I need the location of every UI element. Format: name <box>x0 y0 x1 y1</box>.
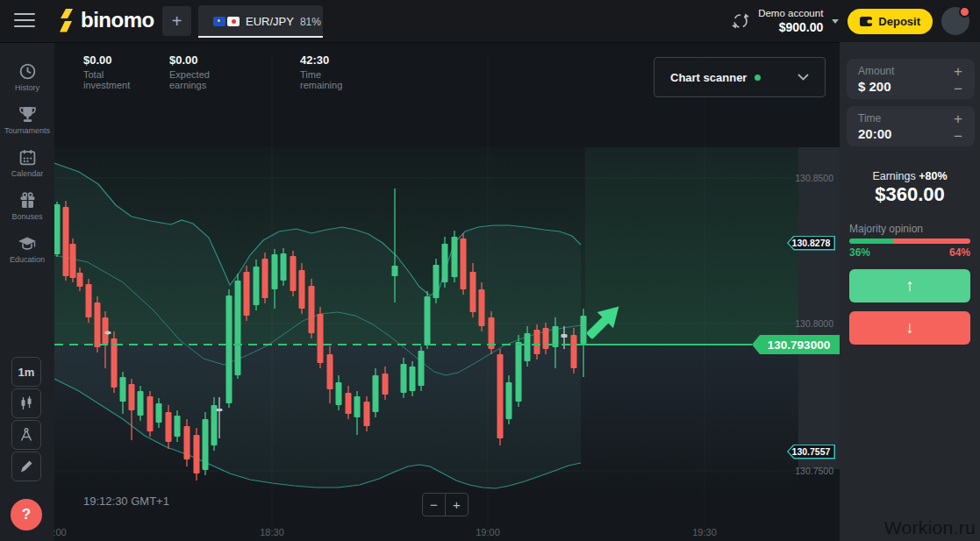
stat-label: Time remaining <box>300 69 342 90</box>
compass-icon <box>18 427 34 443</box>
refresh-icon[interactable] <box>732 12 749 30</box>
band-price-tag: 130.7557 <box>787 445 835 459</box>
time-tick: 19:00 <box>469 527 507 537</box>
chart-type-button[interactable] <box>11 388 41 418</box>
account-switcher[interactable]: Demo account $900.00 <box>758 8 823 35</box>
zoom-in-button[interactable]: + <box>445 493 469 516</box>
binomo-logo: binomo <box>58 8 154 32</box>
time-value[interactable]: 20:00 <box>858 126 891 141</box>
stat-value: $0.00 <box>169 53 210 67</box>
stat-expected-earnings: $0.00 Expected earnings <box>169 53 210 90</box>
up-trend-arrow-icon <box>581 298 626 344</box>
majority-down-percent: 64% <box>949 246 970 259</box>
up-arrow-icon: ↑ <box>905 276 914 295</box>
majority-up-percent: 36% <box>849 246 870 259</box>
sidebar-item-history[interactable]: History <box>0 55 54 98</box>
majority-up-segment <box>849 238 893 244</box>
price-tick: 130.8500 <box>795 173 833 183</box>
help-button[interactable]: ? <box>11 499 42 530</box>
menu-icon[interactable] <box>14 13 35 28</box>
logo-bolt-icon <box>58 9 75 32</box>
candlestick-chart[interactable] <box>54 42 840 541</box>
deposit-button[interactable]: Deposit <box>848 9 933 34</box>
sidebar-item-label: Bonuses <box>11 212 42 221</box>
scanner-status-dot <box>755 75 761 81</box>
zoom-controls: − + <box>422 493 469 516</box>
majority-opinion-bar <box>849 238 970 244</box>
sidebar-item-label: Calendar <box>11 169 44 178</box>
stat-total-investment: $0.00 Total investment <box>83 53 130 90</box>
jpy-flag-icon <box>227 17 240 26</box>
account-caret-icon[interactable] <box>832 19 839 24</box>
active-tab-underline <box>198 36 323 38</box>
band-price-tag-label: 130.7557 <box>789 445 834 458</box>
earnings-value: $360.00 <box>840 183 980 206</box>
candlestick-icon <box>18 395 34 411</box>
sidebar-item-label: Tournaments <box>4 126 50 135</box>
topbar: binomo + EUR/JPY 81% Demo account $900.0… <box>0 0 980 43</box>
instrument-payout: 81% <box>300 16 321 28</box>
chevron-down-icon <box>798 74 809 81</box>
chart-scanner-label: Chart scanner <box>670 71 747 84</box>
band-price-tag: 130.8278 <box>787 236 835 251</box>
down-arrow-icon: ↓ <box>905 318 914 338</box>
amount-decrease-button[interactable]: − <box>950 82 966 96</box>
binomo-trading-app: { "topbar": { "logo_text": "binomo", "ne… <box>0 0 980 541</box>
amount-field[interactable]: Amount $ 200 + − <box>847 59 975 99</box>
stat-value: $0.00 <box>83 53 130 67</box>
notification-dot <box>959 6 970 18</box>
graduation-cap-icon <box>18 234 37 253</box>
amount-value[interactable]: $ 200 <box>858 79 891 94</box>
put-button[interactable]: ↓ <box>849 311 970 345</box>
sidebar-item-tournaments[interactable]: Tournaments <box>0 98 54 141</box>
time-tick: :00 <box>40 527 79 537</box>
chart-scanner-dropdown[interactable]: Chart scanner <box>654 57 826 97</box>
stat-label: Expected earnings <box>169 69 210 90</box>
amount-label: Amount <box>858 65 894 77</box>
calendar-icon <box>18 148 37 167</box>
account-balance: $900.00 <box>779 20 824 35</box>
avatar[interactable] <box>941 7 969 35</box>
gift-icon <box>18 191 37 210</box>
deposit-label: Deposit <box>878 15 920 28</box>
pencil-icon <box>18 459 34 474</box>
watermark: Workion.ru <box>884 517 976 538</box>
chart-area: $0.00 Total investment $0.00 Expected ea… <box>54 42 840 541</box>
sidebar-item-bonuses[interactable]: Bonuses <box>0 184 54 227</box>
earnings-label: Earnings <box>872 170 915 182</box>
drawing-button[interactable] <box>11 452 41 481</box>
sidebar: History Tournaments Calendar <box>0 43 54 541</box>
timeframe-button[interactable]: 1m <box>11 357 41 387</box>
stat-time-remaining: 42:30 Time remaining <box>300 53 342 90</box>
earnings-row: Earnings +80% <box>840 170 980 182</box>
new-tab-button[interactable]: + <box>162 6 191 36</box>
amount-increase-button[interactable]: + <box>950 64 966 79</box>
majority-down-segment <box>893 238 970 244</box>
earnings-percent: +80% <box>919 170 947 182</box>
clock-icon <box>18 62 37 81</box>
zoom-out-button[interactable]: − <box>422 493 446 516</box>
logo-text: binomo <box>81 8 154 32</box>
chart-clock: 19:12:30 GMT+1 <box>83 495 169 508</box>
time-tick: 18:30 <box>253 527 291 537</box>
trade-panel: Amount $ 200 + − Time 20:00 + − Earnings… <box>840 42 980 541</box>
sidebar-item-calendar[interactable]: Calendar <box>0 141 54 184</box>
wallet-icon <box>860 16 873 27</box>
time-increase-button[interactable]: + <box>950 111 966 126</box>
account-type: Demo account <box>758 8 823 20</box>
eur-flag-icon <box>213 17 225 26</box>
sidebar-item-label: History <box>15 83 39 92</box>
price-tick: 130.8000 <box>795 318 833 329</box>
time-label: Time <box>858 112 881 125</box>
time-field[interactable]: Time 20:00 + − <box>847 106 975 146</box>
current-price-tag: 130.793000 <box>752 335 840 354</box>
sidebar-item-education[interactable]: Education <box>0 227 54 270</box>
instrument-tab[interactable]: EUR/JPY 81% <box>198 5 323 38</box>
indicators-button[interactable] <box>11 420 41 450</box>
time-decrease-button[interactable]: − <box>950 129 966 144</box>
instrument-pair: EUR/JPY <box>246 15 294 28</box>
price-tick: 130.7500 <box>795 466 833 476</box>
time-tick: 19:30 <box>685 527 724 537</box>
call-button[interactable]: ↑ <box>849 269 970 303</box>
instrument-flags <box>213 17 240 26</box>
